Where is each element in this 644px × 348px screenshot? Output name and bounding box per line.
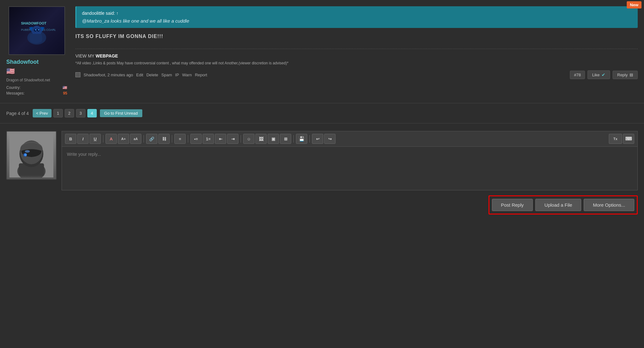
warn-link[interactable]: Warn: [182, 73, 192, 77]
svg-point-6: [35, 29, 36, 30]
reply-user-avatar: [6, 131, 57, 180]
toolbar-divider-4: [188, 135, 188, 143]
undo-btn[interactable]: ↩: [312, 134, 323, 144]
indent-right-btn[interactable]: ⇥: [227, 134, 238, 144]
post-content: dandoolittle said: ↑ @Marbro_za looks li…: [72, 6, 638, 97]
image-btn[interactable]: 🖼: [255, 134, 267, 144]
signature-title-bold[interactable]: WEBPAGE: [96, 53, 118, 58]
font-size-decrease-btn[interactable]: aA: [130, 134, 141, 144]
post-checkbox[interactable]: [75, 72, 80, 77]
edit-link[interactable]: Edit: [136, 73, 143, 77]
signature-title: VIEW MY WEBPAGE: [75, 53, 638, 58]
link-btn[interactable]: 🔗: [146, 134, 157, 144]
source-btn[interactable]: ⌨: [623, 134, 634, 144]
emoji-btn[interactable]: ☺: [243, 134, 254, 144]
ip-link[interactable]: IP: [175, 73, 179, 77]
country-flag: 🇺🇸: [63, 85, 67, 90]
svg-point-16: [24, 154, 27, 156]
action-buttons-wrapper: Post Reply Upload a File More Options...: [488, 195, 638, 215]
table-btn[interactable]: ⊞: [280, 134, 291, 144]
checkmark-icon: ✔: [602, 72, 605, 77]
editor-area: B I U A A+ aA 🔗 ⛓ ≡ •≡ 1≡ ⇤ ⇥ ☺ 🖼 ▣ ⊞ 💾: [62, 131, 638, 215]
post-reply-button[interactable]: Post Reply: [492, 199, 533, 211]
page-info: Page 4 of 4: [6, 111, 29, 116]
unlink-btn[interactable]: ⛓: [158, 134, 170, 144]
post-container: SHADOWFOOT PUBER MOTOLUS COARLOCE Shadow…: [0, 0, 644, 103]
clear-format-btn[interactable]: Tx: [609, 134, 622, 144]
reply-button[interactable]: Reply ▤: [613, 71, 638, 79]
font-size-increase-btn[interactable]: A+: [118, 134, 129, 144]
page-1-button[interactable]: 1: [53, 109, 63, 117]
quote-box: dandoolittle said: ↑ @Marbro_za looks li…: [75, 6, 638, 28]
upload-file-button[interactable]: Upload a File: [535, 199, 581, 211]
user-stats: Country: 🇺🇸 Messages: 95: [6, 85, 67, 97]
user-sidebar: SHADOWFOOT PUBER MOTOLUS COARLOCE Shadow…: [6, 6, 72, 97]
signature-title-plain: VIEW MY: [75, 53, 96, 58]
page-2-button[interactable]: 2: [65, 109, 74, 117]
post-body-text: ITS SO FLUFFY IM GONNA DIE!!!: [75, 34, 638, 39]
italic-btn[interactable]: I: [77, 134, 89, 144]
editor-placeholder: Write your reply...: [67, 152, 101, 157]
toolbar-divider-1: [103, 135, 103, 143]
post-author: Shadowfoot, 2 minutes ago: [84, 73, 133, 77]
signature-area: VIEW MY WEBPAGE *All video ,Links & post…: [75, 49, 638, 66]
svg-point-14: [25, 150, 30, 153]
editor-toolbar: B I U A A+ aA 🔗 ⛓ ≡ •≡ 1≡ ⇤ ⇥ ☺ 🖼 ▣ ⊞ 💾: [62, 131, 638, 146]
new-badge: New: [627, 1, 641, 8]
redo-btn[interactable]: ↪: [324, 134, 336, 144]
toolbar-divider-3: [172, 135, 172, 143]
media-btn[interactable]: ▣: [268, 134, 279, 144]
reply-icon: ▤: [630, 73, 633, 77]
prev-page-button[interactable]: < Prev: [33, 109, 52, 117]
bold-btn[interactable]: B: [65, 134, 76, 144]
post-number-button[interactable]: #78: [570, 71, 585, 79]
report-link[interactable]: Report: [195, 73, 207, 77]
svg-text:SHADOWFOOT: SHADOWFOOT: [21, 21, 46, 25]
svg-point-7: [38, 29, 39, 30]
page-4-button[interactable]: 4: [87, 109, 97, 117]
country-label: Country:: [6, 85, 20, 90]
more-options-button[interactable]: More Options...: [584, 199, 634, 211]
go-first-unread-button[interactable]: Go to First Unread: [100, 109, 142, 117]
delete-link[interactable]: Delete: [146, 73, 158, 77]
save-draft-btn[interactable]: 💾: [296, 134, 307, 144]
post-meta-right: #78 Like ✔ Reply ▤: [570, 70, 638, 79]
quote-text: @Marbro_za looks like one and we all lik…: [82, 18, 632, 24]
post-time: 2 minutes ago: [107, 73, 133, 77]
post-meta-left: Shadowfoot, 2 minutes ago Edit Delete Sp…: [75, 72, 207, 77]
like-button[interactable]: Like ✔: [587, 70, 610, 79]
toolbar-divider-7: [309, 135, 310, 143]
post-meta-bar: Shadowfoot, 2 minutes ago Edit Delete Sp…: [75, 70, 638, 79]
username[interactable]: Shadowfoot: [6, 59, 39, 65]
reply-editor-container: B I U A A+ aA 🔗 ⛓ ≡ •≡ 1≡ ⇤ ⇥ ☺ 🖼 ▣ ⊞ 💾: [0, 123, 644, 222]
toolbar-divider-5: [241, 135, 241, 143]
like-label: Like: [592, 73, 600, 77]
indent-left-btn[interactable]: ⇤: [215, 134, 226, 144]
avatar: SHADOWFOOT PUBER MOTOLUS COARLOCE: [8, 6, 65, 55]
pagination-bar: Page 4 of 4 < Prev 1 2 3 4 Go to First U…: [0, 103, 644, 123]
spam-link[interactable]: Spam: [161, 73, 172, 77]
bullet-list-btn[interactable]: •≡: [190, 134, 202, 144]
toolbar-divider-2: [144, 135, 144, 143]
toolbar-divider-6: [293, 135, 294, 143]
reply-text-editor[interactable]: Write your reply...: [62, 146, 638, 190]
align-btn[interactable]: ≡: [174, 134, 186, 144]
quote-header: dandoolittle said: ↑: [82, 11, 632, 16]
flag-icon: 🇺🇸: [6, 67, 15, 75]
messages-count: 95: [63, 91, 67, 95]
underline-btn[interactable]: U: [90, 134, 101, 144]
user-title: Dragon of Shadowfoot.net: [6, 78, 50, 82]
action-buttons-row: Post Reply Upload a File More Options...: [62, 190, 638, 215]
num-list-btn[interactable]: 1≡: [203, 134, 214, 144]
reply-label: Reply: [617, 73, 628, 77]
messages-label: Messages:: [6, 91, 25, 95]
font-color-btn[interactable]: A: [106, 134, 117, 144]
signature-disclaimer: *All video ,Links & posts May have contr…: [75, 60, 638, 66]
post-author-name[interactable]: Shadowfoot: [84, 73, 105, 77]
page-3-button[interactable]: 3: [76, 109, 85, 117]
